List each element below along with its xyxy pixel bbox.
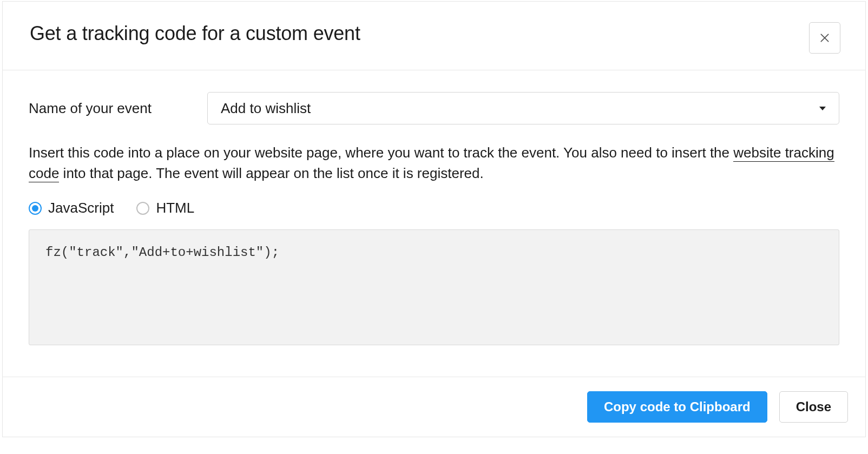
radio-html[interactable]: HTML [136,200,194,216]
dialog-footer: Copy code to Clipboard Close [3,377,865,437]
dialog-title: Get a tracking code for a custom event [30,22,360,45]
radio-button-icon [29,202,42,215]
event-name-label: Name of your event [29,100,196,117]
instructions-post: into that page. The event will appear on… [59,165,483,181]
close-button[interactable]: Close [779,391,848,423]
dialog-header: Get a tracking code for a custom event [3,2,865,70]
dialog-body: Name of your event Add to wishlist Inser… [3,70,865,377]
tracking-code-dialog: Get a tracking code for a custom event N… [2,1,866,437]
event-name-row: Name of your event Add to wishlist [29,92,839,124]
copy-code-button[interactable]: Copy code to Clipboard [587,391,767,423]
code-format-radio-group: JavaScript HTML [29,200,839,216]
close-icon [819,32,830,43]
instructions-pre: Insert this code into a place on your we… [29,144,733,161]
radio-javascript[interactable]: JavaScript [29,200,114,216]
event-name-select[interactable]: Add to wishlist [207,92,839,124]
instructions-text: Insert this code into a place on your we… [29,143,839,183]
radio-javascript-label: JavaScript [48,200,114,216]
close-icon-button[interactable] [809,22,840,54]
radio-html-label: HTML [156,200,194,216]
radio-button-icon [136,202,149,215]
event-name-select-value: Add to wishlist [221,100,311,117]
chevron-down-icon [819,107,826,110]
code-snippet-box[interactable]: fz("track","Add+to+wishlist"); [29,229,839,345]
